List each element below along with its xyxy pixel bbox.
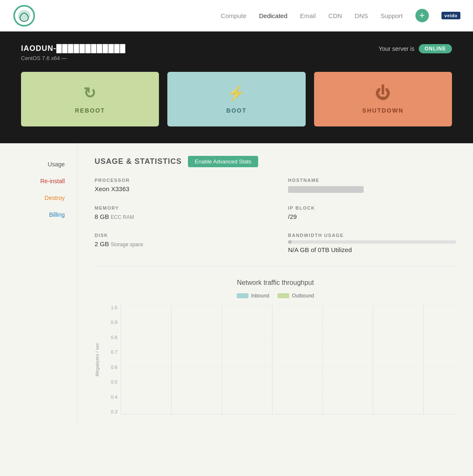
ip-block-label: IP BLOCK — [288, 205, 456, 210]
y-tick-3: 0.8 — [102, 335, 117, 340]
boot-icon: ⚡ — [227, 84, 246, 102]
bandwidth-fill — [288, 240, 291, 244]
y-tick-1: 1.0 — [102, 305, 117, 310]
server-info: IAODUN-████████████ CentOS 7.6 x64 — — [21, 44, 126, 61]
outbound-label: Outbound — [292, 293, 314, 299]
stats-grid: PROCESSOR Xeon X3363 HOSTNAME MEMORY 8 G… — [95, 178, 456, 253]
nav-compute[interactable]: Compute — [221, 12, 246, 19]
hostname-block: HOSTNAME — [288, 178, 456, 193]
memory-value: 8 GB ECC RAM — [95, 213, 263, 220]
sidebar-item-usage[interactable]: Usage — [8, 156, 69, 173]
y-axis-label: Megabytes / sec — [95, 343, 100, 376]
chart-legend: Inbound Outbound — [95, 293, 456, 299]
shutdown-button[interactable]: ⏻ SHUTDOWN — [314, 72, 452, 126]
y-axis: 1.0 0.9 0.8 0.7 0.6 0.5 0.4 0.3 — [102, 305, 121, 414]
server-os: CentOS 7.6 x64 — — [21, 55, 126, 61]
y-tick-2: 0.9 — [102, 320, 117, 325]
nav-support[interactable]: Support — [381, 12, 403, 19]
sidebar-item-reinstall[interactable]: Re-install — [8, 173, 69, 189]
reboot-button[interactable]: ↻ REBOOT — [21, 72, 159, 126]
nav: Compute Dedicated Email CDN DNS Support … — [221, 9, 460, 22]
disk-label: DISK — [95, 233, 263, 238]
sidebar-item-billing[interactable]: Billing — [8, 206, 69, 223]
y-tick-4: 0.7 — [102, 350, 117, 355]
outbound-color — [277, 293, 289, 298]
server-name: IAODUN-████████████ — [21, 44, 126, 53]
reboot-label: REBOOT — [75, 107, 105, 114]
y-tick-8: 0.3 — [102, 409, 117, 414]
legend-outbound: Outbound — [277, 293, 314, 299]
boot-button[interactable]: ⚡ BOOT — [167, 72, 305, 126]
nav-cdn[interactable]: CDN — [328, 12, 342, 19]
disk-value: 2 GB Storage space — [95, 240, 263, 247]
chart-wrapper: Megabytes / sec 1.0 0.9 0.8 0.7 0.6 0.5 … — [95, 305, 456, 414]
shutdown-icon: ⏻ — [375, 84, 391, 102]
action-buttons: ↻ REBOOT ⚡ BOOT ⏻ SHUTDOWN — [21, 72, 452, 126]
nav-dedicated[interactable]: Dedicated — [259, 12, 288, 19]
main-content: Usage Re-install Destroy Billing USAGE &… — [0, 143, 473, 427]
section-title: USAGE & STATISTICS Enable Advanced Stats — [95, 156, 456, 167]
logo — [13, 4, 36, 27]
enable-advanced-stats-button[interactable]: Enable Advanced Stats — [188, 156, 258, 167]
nav-email[interactable]: Email — [300, 12, 316, 19]
boot-label: BOOT — [226, 107, 246, 114]
sidebar: Usage Re-install Destroy Billing — [0, 143, 78, 427]
hostname-label: HOSTNAME — [288, 178, 456, 183]
processor-label: PROCESSOR — [95, 178, 263, 183]
hero-header: IAODUN-████████████ CentOS 7.6 x64 — You… — [21, 44, 452, 61]
shutdown-label: SHUTDOWN — [362, 107, 404, 114]
disk-block: DISK 2 GB Storage space — [95, 233, 263, 253]
status-text: Your server is — [379, 45, 415, 52]
chart-grid — [121, 305, 456, 414]
y-tick-6: 0.5 — [102, 379, 117, 384]
bandwidth-block: BANDWIDTH USAGE N/A GB of 0TB Utilized — [288, 233, 456, 253]
nav-plus-button[interactable]: + — [415, 9, 429, 22]
status-section: Your server is ONLINE — [379, 44, 452, 53]
ip-block-block: IP BLOCK /29 — [288, 205, 456, 220]
usage-statistics-title: USAGE & STATISTICS — [95, 157, 182, 166]
memory-label: MEMORY — [95, 205, 263, 210]
sidebar-item-destroy[interactable]: Destroy — [8, 189, 69, 206]
reboot-icon: ↻ — [83, 84, 97, 102]
brand-badge: veido — [441, 12, 460, 19]
inbound-label: Inbound — [251, 293, 269, 299]
bandwidth-label: BANDWIDTH USAGE — [288, 233, 456, 238]
y-tick-5: 0.6 — [102, 365, 117, 370]
ip-block-value: /29 — [288, 213, 456, 220]
online-badge: ONLINE — [419, 44, 452, 53]
bandwidth-bar — [288, 240, 456, 244]
chart-title: Network traffic throughput — [95, 279, 456, 287]
hero-section: IAODUN-████████████ CentOS 7.6 x64 — You… — [0, 32, 473, 143]
content-area: USAGE & STATISTICS Enable Advanced Stats… — [78, 143, 473, 427]
legend-inbound: Inbound — [237, 293, 269, 299]
processor-block: PROCESSOR Xeon X3363 — [95, 178, 263, 193]
nav-dns[interactable]: DNS — [355, 12, 368, 19]
memory-block: MEMORY 8 GB ECC RAM — [95, 205, 263, 220]
hostname-value — [288, 185, 456, 193]
bandwidth-text: N/A GB of 0TB Utilized — [288, 246, 456, 253]
y-tick-7: 0.4 — [102, 394, 117, 400]
header: Compute Dedicated Email CDN DNS Support … — [0, 0, 473, 32]
inbound-color — [237, 293, 248, 298]
processor-value: Xeon X3363 — [95, 185, 263, 192]
chart-section: Network traffic throughput Inbound Outbo… — [95, 279, 456, 414]
content-divider — [95, 266, 456, 266]
hostname-blurred — [288, 186, 364, 193]
